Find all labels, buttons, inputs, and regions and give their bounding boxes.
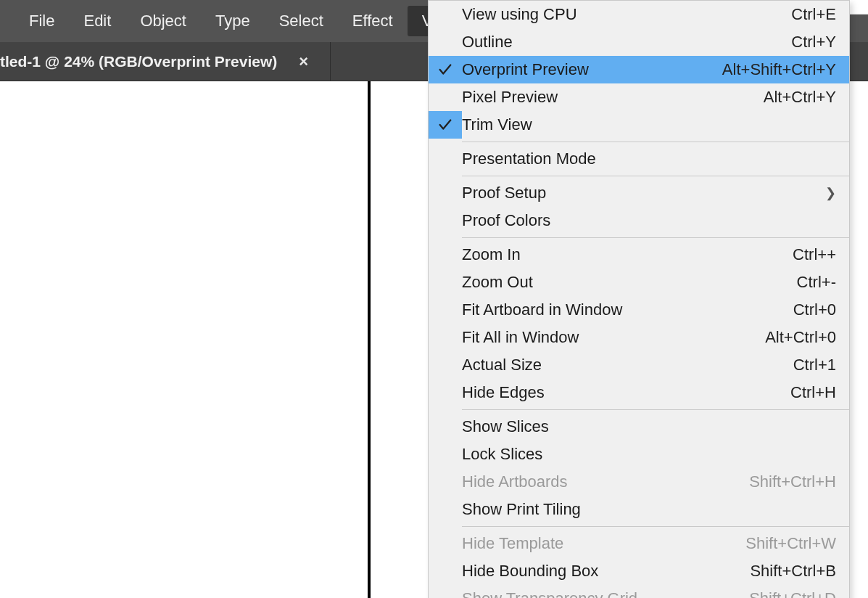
menu-item-shortcut: Alt+Ctrl+Y — [764, 88, 836, 107]
menu-item-show-print-tiling[interactable]: Show Print Tiling — [429, 496, 849, 523]
menu-item-label: Overprint Preview — [462, 60, 722, 79]
menu-item-hide-bounding-box[interactable]: Hide Bounding BoxShift+Ctrl+B — [429, 557, 849, 585]
menu-item-fit-all-in-window[interactable]: Fit All in WindowAlt+Ctrl+0 — [429, 324, 849, 351]
menu-item-label: Proof Colors — [462, 211, 836, 230]
menu-item-outline[interactable]: OutlineCtrl+Y — [429, 28, 849, 56]
menu-type[interactable]: Type — [201, 6, 265, 36]
document-tab-title: tled-1 @ 24% (RGB/Overprint Preview) — [0, 53, 277, 70]
menu-item-label: Hide Artboards — [462, 472, 749, 491]
menu-item-show-transparency-grid: Show Transparency GridShift+Ctrl+D — [429, 585, 849, 598]
menu-item-proof-colors[interactable]: Proof Colors — [429, 207, 849, 234]
menu-item-shortcut: Ctrl+Y — [791, 33, 836, 52]
menu-item-lock-slices[interactable]: Lock Slices — [429, 441, 849, 468]
menu-separator — [462, 409, 849, 410]
menu-item-shortcut: Ctrl+E — [791, 5, 836, 24]
menu-item-proof-setup[interactable]: Proof Setup❯ — [429, 179, 849, 207]
menu-select[interactable]: Select — [265, 6, 338, 36]
menu-item-overprint-preview[interactable]: Overprint PreviewAlt+Shift+Ctrl+Y — [429, 56, 849, 83]
menu-item-view-using-cpu[interactable]: View using CPUCtrl+E — [429, 1, 849, 28]
menu-item-shortcut: Shift+Ctrl+W — [745, 534, 836, 553]
close-icon[interactable]: × — [292, 52, 315, 71]
menu-item-label: View using CPU — [462, 5, 791, 24]
menu-item-label: Show Slices — [462, 417, 836, 436]
menu-item-shortcut: Ctrl++ — [793, 245, 836, 264]
menu-item-pixel-preview[interactable]: Pixel PreviewAlt+Ctrl+Y — [429, 83, 849, 111]
menu-item-hide-artboards: Hide ArtboardsShift+Ctrl+H — [429, 468, 849, 496]
menu-item-label: Actual Size — [462, 356, 793, 374]
menu-item-presentation-mode[interactable]: Presentation Mode — [429, 145, 849, 173]
menu-item-label: Lock Slices — [462, 445, 836, 464]
menu-file[interactable]: File — [15, 6, 69, 36]
menu-item-label: Show Transparency Grid — [462, 589, 749, 598]
menu-item-label: Fit All in Window — [462, 328, 765, 347]
menu-item-label: Proof Setup — [462, 184, 818, 202]
document-tab[interactable]: tled-1 @ 24% (RGB/Overprint Preview) × — [0, 42, 331, 81]
menu-item-label: Zoom Out — [462, 273, 797, 292]
artboard-edge — [368, 81, 371, 598]
view-dropdown: View using CPUCtrl+EOutlineCtrl+YOverpri… — [428, 0, 850, 598]
menu-item-shortcut: Ctrl+H — [790, 383, 836, 402]
menu-item-shortcut: Shift+Ctrl+H — [749, 472, 836, 491]
menu-separator — [462, 237, 849, 238]
menu-item-shortcut: Alt+Ctrl+0 — [765, 328, 836, 347]
menu-item-shortcut: Shift+Ctrl+D — [749, 589, 836, 598]
menu-object[interactable]: Object — [125, 6, 201, 36]
menu-item-zoom-in[interactable]: Zoom InCtrl++ — [429, 241, 849, 269]
menu-item-label: Hide Bounding Box — [462, 562, 750, 581]
menu-item-label: Show Print Tiling — [462, 500, 836, 519]
window-edge — [850, 0, 868, 15]
checkmark-icon — [429, 111, 462, 139]
menu-separator — [462, 176, 849, 176]
chevron-right-icon: ❯ — [825, 185, 836, 201]
menu-item-hide-edges[interactable]: Hide EdgesCtrl+H — [429, 379, 849, 406]
menu-item-label: Presentation Mode — [462, 150, 836, 168]
menu-item-hide-template: Hide TemplateShift+Ctrl+W — [429, 530, 849, 557]
menu-item-label: Hide Edges — [462, 383, 790, 402]
menu-item-show-slices[interactable]: Show Slices — [429, 413, 849, 441]
menu-item-zoom-out[interactable]: Zoom OutCtrl+- — [429, 269, 849, 296]
menu-item-trim-view[interactable]: Trim View — [429, 111, 849, 139]
menu-edit[interactable]: Edit — [69, 6, 125, 36]
menu-item-shortcut: Ctrl+- — [797, 273, 836, 292]
menu-separator — [462, 526, 849, 527]
menu-item-shortcut: Ctrl+0 — [793, 300, 836, 319]
menu-effect[interactable]: Effect — [338, 6, 408, 36]
menu-item-label: Pixel Preview — [462, 88, 764, 107]
menu-item-shortcut: Ctrl+1 — [793, 356, 836, 374]
menu-item-label: Fit Artboard in Window — [462, 300, 793, 319]
menu-item-shortcut: Alt+Shift+Ctrl+Y — [722, 60, 836, 79]
menu-item-shortcut: Shift+Ctrl+B — [750, 562, 836, 581]
menu-item-fit-artboard-in-window[interactable]: Fit Artboard in WindowCtrl+0 — [429, 296, 849, 324]
menu-item-label: Outline — [462, 33, 791, 52]
menu-item-label: Zoom In — [462, 245, 793, 264]
menu-separator — [462, 142, 849, 142]
menu-item-label: Trim View — [462, 115, 836, 134]
menu-item-label: Hide Template — [462, 534, 745, 553]
checkmark-icon — [429, 62, 462, 78]
menu-item-actual-size[interactable]: Actual SizeCtrl+1 — [429, 351, 849, 379]
